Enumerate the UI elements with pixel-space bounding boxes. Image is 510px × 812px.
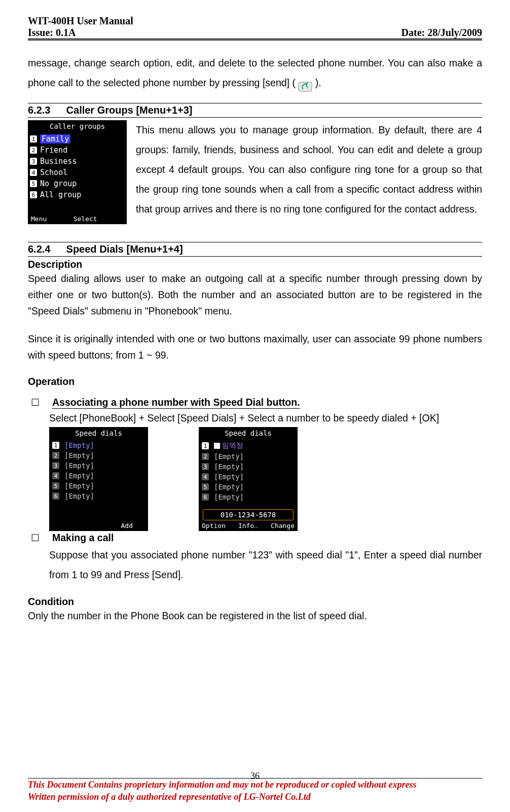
header-title: WIT-400H User Manual (28, 15, 133, 27)
operation-heading: Operation (28, 376, 482, 387)
condition-heading: Condition (28, 596, 482, 608)
list-item: 1[Empty] (49, 440, 148, 450)
list-item: 4[Empty] (199, 472, 298, 482)
speed-dials-description-2: Since it is originally intended with one… (28, 331, 482, 363)
list-item: 5[Empty] (199, 482, 298, 492)
speed-dials-description-1: Speed dialing allows user to make an out… (28, 270, 482, 320)
checkbox-icon: ☐ (28, 397, 52, 409)
softkey-left: Option (202, 522, 226, 529)
caller-groups-screenshot: Caller groups 1 Family 2 Friend 3 Busine… (28, 120, 127, 224)
list-item: 3 Business (28, 156, 127, 167)
page-header: WIT-400H User Manual Issue: 0.1A Date: 2… (28, 15, 482, 40)
softkey-right: Change (271, 522, 295, 529)
softkey-right: Add (121, 522, 133, 529)
section-624-heading: 6.2.4 Speed Dials [Menu+1+4] (28, 242, 482, 257)
contact-card-icon (214, 443, 220, 449)
description-heading: Description (28, 259, 482, 270)
screenshot-title: Speed dials (49, 427, 148, 440)
operation-2-steps: Suppose that you associated phone number… (49, 545, 482, 585)
operation-item-2: ☐ Making a call (28, 532, 482, 544)
list-item: 5[Empty] (49, 481, 148, 491)
softkey-bar: Add (49, 520, 148, 531)
send-key-icon (298, 79, 312, 89)
footer-notice: This Document Contains proprietary infor… (28, 778, 482, 803)
list-item: 3[Empty] (199, 462, 298, 472)
softkey-bar: Option Info. Change (199, 520, 298, 531)
softkey-left: Menu (31, 215, 47, 223)
list-item: 4 School (28, 167, 127, 178)
screenshot-title: Speed dials (199, 427, 298, 440)
list-item: 2 Friend (28, 145, 127, 156)
operation-item-1: ☐ Associating a phone number with Speed … (28, 397, 482, 409)
checkbox-icon: ☐ (28, 532, 52, 544)
list-item: 6[Empty] (199, 492, 298, 502)
list-item: 2[Empty] (49, 450, 148, 461)
list-item: 1 Family (28, 133, 127, 145)
phone-number-display: 010-1234-5678 (203, 509, 294, 520)
caller-groups-description: This menu allows you to manage group inf… (127, 120, 482, 224)
list-item: 2[Empty] (199, 451, 298, 462)
screenshot-title: Caller groups (28, 120, 127, 133)
softkey-center: Info. (238, 522, 258, 529)
continuation-paragraph: message, change search option, edit, and… (28, 53, 482, 93)
softkey-center: Select (74, 215, 97, 223)
speed-dials-screenshot-empty: Speed dials 1[Empty] 2[Empty] 3[Empty] 4… (49, 427, 148, 531)
list-item: 1 임꺽정 (199, 440, 298, 451)
operation-1-steps: Select [PhoneBook] + Select [Speed Dials… (49, 410, 482, 426)
section-623-heading: 6.2.3 Caller Groups [Menu+1+3] (28, 103, 482, 118)
speed-dials-screenshot-assigned: Speed dials 1 임꺽정 2[Empty] 3[Empty] 4[Em… (199, 427, 298, 531)
list-item: 6[Empty] (49, 491, 148, 501)
list-item: 4[Empty] (49, 471, 148, 481)
list-item: 5 No group (28, 178, 127, 189)
list-item: 6 All group (28, 189, 127, 200)
header-date: Date: 28/July/2009 (402, 27, 482, 39)
list-item: 3[Empty] (49, 461, 148, 471)
header-issue: Issue: 0.1A (28, 27, 133, 39)
condition-text: Only the number in the Phone Book can be… (28, 608, 482, 624)
softkey-bar: Menu Select (28, 214, 127, 224)
